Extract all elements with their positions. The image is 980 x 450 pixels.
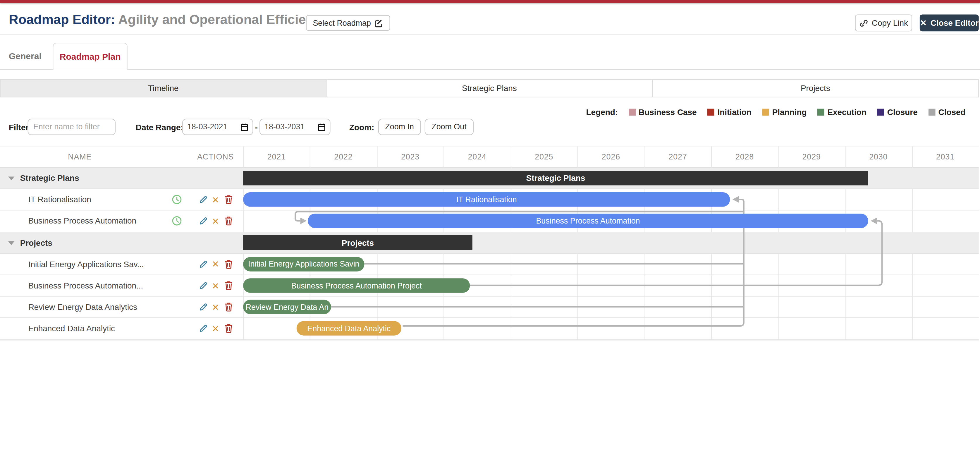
date-to-input[interactable]: 18-03-2031 — [259, 119, 331, 135]
cancel-x-icon[interactable]: ✕ — [210, 301, 221, 313]
table-row-it-rationalisation: IT Rationalisation✕IT Rationalisation — [0, 189, 979, 211]
year-header-2026: 2026 — [578, 146, 644, 168]
row-name: IT Rationalisation — [29, 189, 91, 210]
schedule-clock-icon[interactable] — [171, 194, 182, 205]
legend-caption: Legend: — [586, 107, 618, 116]
tab-roadmap-plan[interactable]: Roadmap Plan — [52, 43, 127, 69]
filter-name-input[interactable] — [27, 119, 116, 135]
year-header-2030: 2030 — [845, 146, 912, 168]
gantt-bar-label: IT Rationalisation — [457, 195, 517, 204]
header-grid-line — [644, 146, 645, 168]
view-tab-projects[interactable]: Projects — [653, 79, 979, 97]
close-editor-button[interactable]: ✕ Close Editor — [920, 14, 979, 31]
header-grid-line — [511, 146, 511, 168]
date-from-value: 18-03-2021 — [187, 122, 227, 131]
tab-general[interactable]: General — [0, 43, 50, 69]
year-header-2023: 2023 — [377, 146, 444, 168]
date-from-input[interactable]: 18-03-2021 — [182, 119, 253, 135]
header-grid-line — [711, 146, 712, 168]
close-editor-label: Close Editor — [931, 18, 978, 27]
table-row-enhanced-data-analytic: Enhanced Data Analytic✕Enhanced Data Ana… — [0, 318, 979, 339]
table-row-initial-energy-applications-sav: Initial Energy Applications Sav...✕Initi… — [0, 254, 979, 275]
year-header-2031: 2031 — [912, 146, 979, 168]
edit-pencil-icon[interactable] — [197, 258, 208, 270]
header-grid-line — [444, 146, 444, 168]
close-icon: ✕ — [920, 18, 926, 27]
date-to-value: 18-03-2031 — [264, 122, 304, 131]
view-tab-timeline[interactable]: Timeline — [0, 79, 327, 97]
legend-label: Planning — [772, 107, 807, 116]
edit-square-icon — [375, 18, 383, 27]
page-title: Roadmap Editor: Agility and Operational … — [9, 12, 329, 27]
gantt-bar-label: Review Energy Data An — [246, 303, 329, 312]
header: Roadmap Editor: Agility and Operational … — [0, 3, 980, 34]
name-column-header: NAME — [38, 146, 122, 168]
delete-trash-icon[interactable] — [223, 216, 234, 227]
gantt-bar-label: Business Process Automation — [536, 217, 640, 226]
legend-label: Execution — [827, 107, 866, 116]
header-divider — [0, 34, 980, 35]
cancel-x-icon[interactable]: ✕ — [210, 280, 221, 291]
legend-swatch — [628, 108, 636, 115]
gantt-bar-projects[interactable]: Projects — [243, 235, 473, 250]
gantt-bar-business-process-automation-project[interactable]: Business Process Automation Project — [243, 278, 470, 293]
delete-trash-icon[interactable] — [223, 258, 234, 270]
delete-trash-icon[interactable] — [223, 301, 234, 313]
copy-link-button[interactable]: Copy Link — [855, 14, 912, 31]
row-name: Strategic Plans — [20, 168, 79, 188]
legend-item-closure: Closure — [877, 107, 917, 116]
year-header-2022: 2022 — [310, 146, 377, 168]
collapse-caret-icon[interactable] — [8, 177, 14, 180]
cancel-x-icon[interactable]: ✕ — [210, 194, 221, 205]
edit-pencil-icon[interactable] — [197, 323, 208, 334]
page-title-prefix: Roadmap Editor: — [9, 12, 115, 26]
table-row-business-process-automation: Business Process Automation✕Business Pro… — [0, 211, 979, 232]
legend-item-execution: Execution — [817, 107, 867, 116]
tab-bar-underline — [0, 69, 980, 69]
year-header-2021: 2021 — [243, 146, 310, 168]
page-title-roadmap-name: Agility and Operational Efficiency — [115, 12, 329, 26]
edit-pencil-icon[interactable] — [197, 216, 208, 227]
table-body: Strategic PlansStrategic PlansIT Rationa… — [0, 168, 979, 340]
delete-trash-icon[interactable] — [223, 280, 234, 291]
collapse-caret-icon[interactable] — [8, 241, 14, 245]
edit-pencil-icon[interactable] — [197, 194, 208, 205]
year-header-2027: 2027 — [644, 146, 711, 168]
gantt-bar-label: Enhanced Data Analytic — [307, 324, 391, 333]
gantt-bar-it-rationalisation[interactable]: IT Rationalisation — [243, 192, 730, 207]
gantt-bar-enhanced-data-analytic[interactable]: Enhanced Data Analytic — [297, 321, 402, 336]
gantt-bar-initial-energy-applications-savin[interactable]: Initial Energy Applications Savin — [243, 257, 364, 271]
tab-bar: General Roadmap Plan — [0, 43, 980, 69]
cancel-x-glyph: ✕ — [212, 260, 219, 269]
cancel-x-icon[interactable]: ✕ — [210, 323, 221, 334]
gantt-bar-business-process-automation[interactable]: Business Process Automation — [308, 214, 868, 228]
edit-pencil-icon[interactable] — [197, 280, 208, 291]
select-roadmap-button[interactable]: Select Roadmap — [306, 15, 391, 31]
view-switcher: TimelineStrategic PlansProjects — [0, 79, 979, 97]
date-separator: - — [255, 122, 258, 132]
cancel-x-icon[interactable]: ✕ — [210, 216, 221, 227]
gantt-bar-review-energy-data-an[interactable]: Review Energy Data An — [243, 300, 331, 314]
legend-swatch — [877, 108, 884, 115]
table-row-strategic-plans: Strategic PlansStrategic Plans — [0, 168, 979, 189]
gantt-bar-strategic-plans[interactable]: Strategic Plans — [243, 171, 868, 186]
calendar-icon — [240, 123, 248, 131]
select-roadmap-label: Select Roadmap — [313, 18, 371, 27]
schedule-clock-icon[interactable] — [171, 216, 182, 227]
delete-trash-icon[interactable] — [223, 194, 234, 205]
legend-item-initiation: Initiation — [707, 107, 751, 116]
legend-label: Initiation — [718, 107, 751, 116]
view-tab-strategic-plans[interactable]: Strategic Plans — [327, 79, 653, 97]
date-range-label: Date Range: — [136, 122, 183, 132]
header-grid-line — [778, 146, 779, 168]
edit-pencil-icon[interactable] — [197, 301, 208, 313]
calendar-icon — [318, 123, 326, 131]
cancel-x-icon[interactable]: ✕ — [210, 258, 221, 270]
header-grid-line — [243, 146, 244, 168]
delete-trash-icon[interactable] — [223, 323, 234, 334]
cancel-x-glyph: ✕ — [212, 217, 219, 226]
roadmap-editor-window: Roadmap Editor: Agility and Operational … — [0, 0, 980, 450]
zoom-out-button[interactable]: Zoom Out — [425, 119, 474, 135]
row-name: Business Process Automation... — [29, 275, 143, 296]
zoom-in-button[interactable]: Zoom In — [378, 119, 421, 135]
